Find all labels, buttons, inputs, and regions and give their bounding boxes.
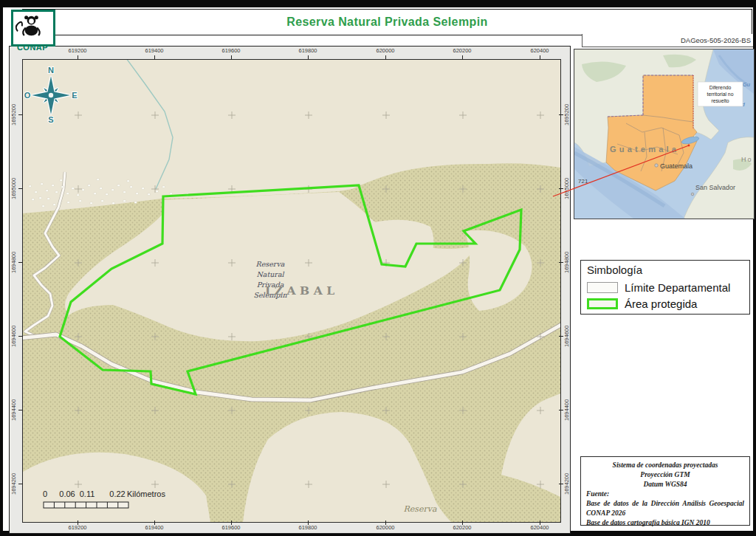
legend: Simbología Límite Departamental Área pro… [580,260,750,315]
building-footprint [94,193,96,194]
y-axis-label-left: 1694800 [10,244,18,280]
territorial-dispute-note: Diferendo territorial no resuelto [698,82,743,106]
source-line2: CONAP 2026 [586,509,744,518]
compass-east-label: E [72,91,77,100]
grid-tick-mark [18,114,23,115]
grid-tick-mark [462,55,463,60]
compass-south-label: S [48,115,53,124]
conap-logo [11,10,55,47]
building-footprint [82,189,84,190]
grid-tick-mark [18,336,23,337]
inset-map-canvas: Guatemala Guatemala San Salvador Ho Gu h… [574,49,754,219]
y-axis-label-left: 1694400 [10,392,18,427]
inset-base-layer [574,49,754,219]
inset-capital-label: Guatemala [660,162,693,170]
datum-line: Datum WGS84 [586,480,744,489]
credits-box: Sistema de coordenadas proyectadas Proye… [580,456,750,526]
building-footprint [136,193,138,194]
x-axis-label-top: 619400 [132,47,176,54]
building-footprint [29,185,31,187]
y-axis-label-left: 1695000 [10,171,18,206]
inset-country-label: Guatemala [610,145,679,154]
dispute-note-line1: Diferendo [709,85,732,90]
building-footprint [111,189,114,190]
x-axis-label-bottom: 620000 [363,524,408,531]
x-axis-label-top: 620200 [440,47,484,54]
legend-item-departmental: Límite Departamental [587,279,743,295]
x-axis-label-top: 619600 [209,47,253,54]
grid-tick-mark [231,55,232,60]
y-axis-label-right: 1694400 [563,392,571,427]
building-footprint [72,188,74,189]
main-map-canvas: Reserva Natural Privada Selempin IZABAL … [22,59,561,523]
bottom-reserva-label: Reserva [404,504,437,514]
scale-tick-006: 0.06 [59,489,75,498]
building-footprint [112,202,114,204]
building-footprint [162,186,165,188]
building-footprint [52,185,54,186]
inset-san-salvador-label: San Salvador [695,184,735,191]
grid-tick-mark [540,520,540,525]
conap-logo-caption: CONAP [9,43,56,52]
page-title: Reserva Natural Privada Selempin [286,16,487,29]
building-footprint [130,186,132,188]
building-footprint [123,191,126,193]
grid-tick-mark [559,262,563,263]
building-footprint [60,179,62,181]
building-footprint [41,183,43,185]
y-axis-label-left: 1694200 [10,466,18,501]
building-footprint [67,202,69,203]
x-axis-label-bottom: 619200 [55,524,100,531]
y-axis-label-right: 1694800 [563,244,571,280]
reserve-label-line1: Reserva [256,260,285,268]
building-footprint [117,185,120,186]
y-axis-label-right: 1694600 [563,318,571,354]
x-axis-label-bottom: 620200 [440,524,484,531]
x-axis-label-bottom: 619400 [132,524,176,531]
building-footprint [106,193,108,195]
grid-tick-mark [78,520,78,525]
x-axis-label-top: 620400 [518,47,562,54]
building-footprint [170,193,172,194]
document-code: DAGeos-505-2026-BS [582,34,753,47]
grid-tick-mark [559,484,563,484]
x-axis-label-top: 620000 [363,47,408,54]
grid-tick-mark [18,484,23,484]
x-axis-label-top: 619800 [286,47,330,54]
grid-tick-mark [308,55,309,60]
inset-honduras-fragment: Ho [741,156,753,163]
y-axis-label-left: 1695200 [10,97,18,132]
building-footprint [47,198,49,199]
building-footprint [97,179,99,180]
scale-tick-0: 0 [43,489,47,498]
map-sheet: Reserva Natural Privada Selempin CONAP D… [0,0,756,536]
building-footprint [142,188,144,189]
building-footprint [127,180,129,182]
grid-tick-mark [385,55,386,60]
building-footprint [90,202,92,204]
inset-sea-label-fragment1: Gu [743,81,751,88]
san-salvador-dot [691,193,694,196]
compass-west-label: O [24,91,31,100]
grid-tick-mark [154,520,155,525]
source-line3: Base de datos cartografía básica IGN 201… [586,518,744,528]
grid-tick-mark [308,520,309,525]
building-footprint [100,188,102,189]
grid-tick-mark [18,410,23,410]
legend-item-protected-area: Área protegida [587,295,743,312]
grid-tick-mark [154,55,155,60]
departmental-boundary-swatch [587,282,618,293]
building-footprint [101,200,103,202]
y-axis-label-left: 1694600 [10,318,18,354]
building-footprint [39,197,41,199]
x-axis-label-bottom: 620400 [518,524,562,531]
grid-tick-mark [231,520,232,525]
building-footprint [79,200,81,202]
protected-area-swatch [587,298,618,309]
x-axis-label-bottom: 619800 [286,524,330,531]
grid-tick-mark [385,520,386,525]
department-label: IZABAL [265,284,339,298]
building-footprint [55,191,58,193]
grid-tick-mark [462,520,463,525]
building-footprint [123,200,126,202]
